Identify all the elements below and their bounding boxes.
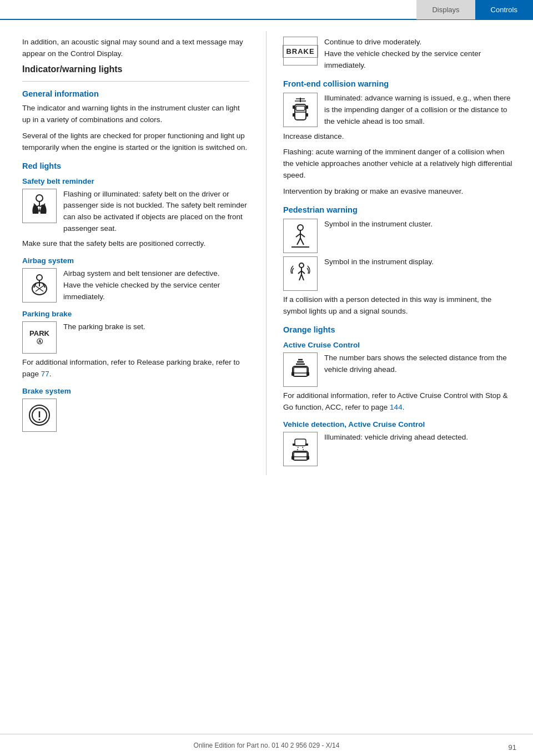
tab-displays-label: Displays <box>432 6 459 14</box>
safety-belt-title: Safety belt reminder <box>22 177 249 185</box>
front-collision-row: Illuminated: advance warning is issued, … <box>283 93 516 128</box>
parking-brake-ref: For additional information, refer to Rel… <box>22 357 249 380</box>
safety-belt-text: Flashing or illuminated: safety belt on … <box>63 189 249 235</box>
safety-belt-text2: Make sure that the safety belts are posi… <box>22 238 249 250</box>
active-cruise-title: Active Cruise Control <box>283 341 516 349</box>
general-info-text2: Several of the lights are checked for pr… <box>22 130 249 154</box>
active-cruise-page-link[interactable]: 144 <box>390 403 403 411</box>
indicator-section-title: Indicator/warning lights <box>22 64 249 74</box>
svg-rect-42 <box>306 372 309 376</box>
svg-line-37 <box>299 274 301 280</box>
footer-text: Online Edition for Part no. 01 40 2 956 … <box>194 742 340 749</box>
svg-line-54 <box>303 447 304 451</box>
svg-point-33 <box>299 263 304 268</box>
parking-brake-row: PARK Ⓐ The parking brake is set. <box>22 321 249 354</box>
vehicle-detection-title: Vehicle detection, Active Cruise Control <box>283 420 516 429</box>
header-tabs: Displays Controls <box>416 0 533 19</box>
vehicle-detection-text: Illuminated: vehicle driving ahead detec… <box>324 432 516 443</box>
brake-text-row: BRAKE Continue to drive moderately. Have… <box>283 37 516 72</box>
brake-label-box: BRAKE <box>283 37 318 65</box>
park-p-circle: Ⓐ <box>37 337 43 346</box>
airbag-text: Airbag system and belt tensioner are def… <box>63 268 249 303</box>
svg-rect-46 <box>295 439 306 446</box>
pedestrian-display-row: Symbol in the instrument display. <box>283 256 516 291</box>
svg-rect-40 <box>294 367 307 373</box>
svg-line-53 <box>297 447 298 451</box>
pedestrian-title: Pedestrian warning <box>283 205 516 214</box>
red-lights-title: Red lights <box>22 162 249 170</box>
tab-controls[interactable]: Controls <box>475 0 533 19</box>
parking-brake-icon-box: PARK Ⓐ <box>22 321 57 354</box>
divider <box>22 81 249 82</box>
brake-system-row <box>22 399 249 432</box>
pedestrian-cluster-row: Symbol in the instrument cluster. <box>283 219 516 253</box>
pedestrian-text2: Symbol in the instrument display. <box>324 256 516 268</box>
front-collision-text1: Illuminated: advance warning is issued, … <box>324 93 516 128</box>
svg-line-30 <box>297 238 300 245</box>
main-content: In addition, an acoustic signal may soun… <box>0 20 533 475</box>
general-info-title: General information <box>22 89 249 98</box>
front-collision-text3: Flashing: acute warning of the imminent … <box>283 147 516 182</box>
header: Displays Controls <box>0 0 533 20</box>
general-info-text1: The indicator and warning lights in the … <box>22 103 249 126</box>
pedestrian-cluster-icon-box <box>283 219 318 253</box>
front-collision-text4: Intervention by braking or make an evasi… <box>283 186 516 198</box>
orange-lights-title: Orange lights <box>283 325 516 334</box>
svg-line-29 <box>300 234 305 237</box>
right-column: BRAKE Continue to drive moderately. Have… <box>266 31 533 475</box>
airbag-title: Airbag system <box>22 256 249 265</box>
front-collision-text2: Increase distance. <box>283 131 516 143</box>
pedestrian-text3: If a collision with a person detected in… <box>283 294 516 317</box>
safety-belt-icon-box <box>22 189 57 223</box>
brake-description: Continue to drive moderately. Have the v… <box>324 37 516 72</box>
vehicle-detection-icon-box <box>283 432 318 466</box>
svg-rect-18 <box>296 106 305 110</box>
svg-rect-41 <box>291 372 294 376</box>
parking-brake-page-link[interactable]: 77 <box>41 370 49 378</box>
tab-controls-label: Controls <box>491 6 517 14</box>
parking-brake-title: Parking brake <box>22 310 249 318</box>
brake-system-icon-box <box>22 399 57 432</box>
airbag-icon <box>26 272 53 299</box>
svg-rect-47 <box>293 443 295 446</box>
vehicle-detection-icon <box>287 436 314 462</box>
active-cruise-row: The number bars shows the selected dista… <box>283 352 516 387</box>
front-collision-title: Front-end collision warning <box>283 79 516 88</box>
brake-system-icon <box>26 402 53 429</box>
brake-system-title: Brake system <box>22 387 249 395</box>
svg-line-28 <box>296 234 300 237</box>
svg-rect-50 <box>294 452 307 457</box>
active-cruise-ref: For additional information, refer to Act… <box>283 390 516 414</box>
parking-brake-text: The parking brake is set. <box>63 321 249 333</box>
park-text: PARK <box>29 329 49 337</box>
airbag-row: Airbag system and belt tensioner are def… <box>22 268 249 303</box>
airbag-icon-box <box>22 268 57 303</box>
active-cruise-icon-box <box>283 352 318 387</box>
svg-rect-21 <box>306 105 308 109</box>
brake-label: BRAKE <box>283 45 318 58</box>
front-collision-icon-box <box>283 93 318 127</box>
active-cruise-text1: The number bars shows the selected dista… <box>324 352 516 376</box>
pedestrian-display-icon-box <box>283 256 318 291</box>
svg-rect-20 <box>293 105 295 109</box>
svg-rect-22 <box>293 113 295 117</box>
svg-rect-23 <box>306 113 308 117</box>
svg-point-4 <box>37 275 42 280</box>
svg-rect-52 <box>306 456 309 460</box>
active-cruise-icon <box>287 356 314 383</box>
vehicle-detection-row: Illuminated: vehicle driving ahead detec… <box>283 432 516 466</box>
safety-belt-icon <box>26 193 53 219</box>
safety-belt-row: Flashing or illuminated: safety belt on … <box>22 189 249 235</box>
svg-rect-48 <box>305 443 308 446</box>
front-collision-icon <box>287 97 314 123</box>
svg-line-31 <box>300 238 304 245</box>
pedestrian-display-icon <box>287 260 314 287</box>
pedestrian-text1: Symbol in the instrument cluster. <box>324 219 516 230</box>
svg-rect-51 <box>291 456 294 460</box>
pedestrian-cluster-icon <box>287 223 314 249</box>
page-number: 91 <box>509 743 516 752</box>
svg-line-38 <box>301 274 304 280</box>
intro-paragraph: In addition, an acoustic signal may soun… <box>22 37 249 60</box>
tab-displays[interactable]: Displays <box>416 0 475 19</box>
left-column: In addition, an acoustic signal may soun… <box>0 31 266 475</box>
